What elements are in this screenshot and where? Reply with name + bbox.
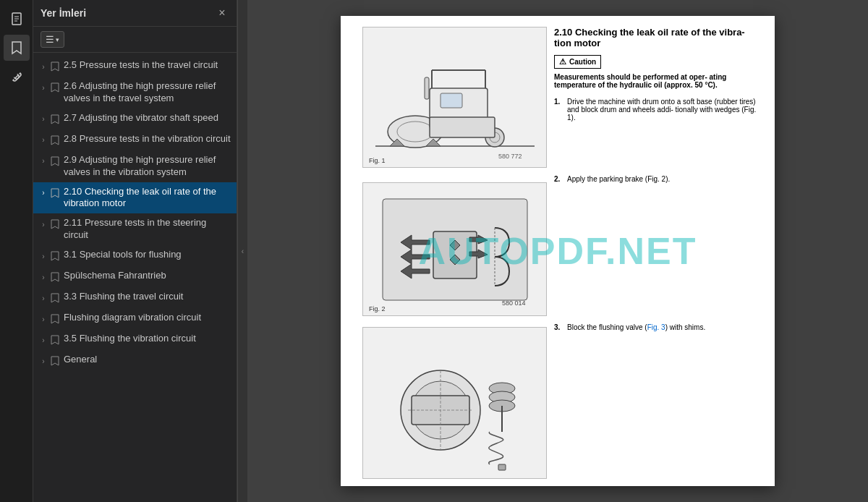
- expand-arrow-icon: ›: [38, 271, 49, 284]
- close-button[interactable]: ×: [215, 6, 229, 20]
- step-3-area: 3. Block the flushing valve (Fig. 3) wit…: [554, 323, 757, 337]
- fig-2-label: Fig. 2: [369, 305, 386, 312]
- right-panel: 2.10 Checking the leak oil rate of the v…: [554, 27, 757, 127]
- step-1: 1. Drive the machine with drum onto a so…: [554, 98, 757, 122]
- step-text: Drive the machine with drum onto a soft …: [567, 98, 757, 122]
- sidebar-header: Yer İmleri ×: [33, 0, 237, 27]
- expand-arrow-icon: ›: [38, 312, 49, 326]
- main-content: AUTOPDF.NET 2.10 Checking the leak oil r…: [247, 0, 868, 502]
- svg-rect-10: [441, 93, 462, 108]
- step-2: 2. Apply the parking brake (Fig. 2).: [554, 175, 757, 183]
- pdf-page: AUTOPDF.NET 2.10 Checking the leak oil r…: [341, 16, 775, 486]
- caution-box: Caution: [554, 55, 601, 69]
- bookmark-nav-icon[interactable]: [4, 35, 30, 61]
- sidebar-item-2-7[interactable]: › 2.7 Adjusting the vibrator shaft speed: [33, 109, 237, 129]
- expand-arrow-icon: ›: [38, 218, 49, 231]
- expand-arrow-icon: ›: [38, 354, 49, 367]
- step-num: 1.: [554, 98, 563, 122]
- sidebar-item-3-5[interactable]: › 3.5 Flushing the vibration circuit: [33, 329, 237, 350]
- fig-ref-3: Fig. 3: [647, 323, 665, 331]
- sidebar-item-2-8[interactable]: › 2.8 Pressure tests in the vibration ci…: [33, 129, 237, 150]
- sidebar-item-2-6[interactable]: › 2.6 Adjusting the high pressure relief…: [33, 77, 237, 109]
- svg-rect-15: [425, 77, 429, 99]
- svg-rect-14: [430, 117, 495, 137]
- step-3-list: 3. Block the flushing valve (Fig. 3) wit…: [554, 323, 757, 331]
- item-label: 2.6 Adjusting the high pressure relief v…: [64, 80, 231, 105]
- sidebar-collapse-handle[interactable]: ‹: [237, 0, 247, 502]
- figure-3: [362, 327, 547, 479]
- item-label: 2.5 Pressure tests in the travel circuit: [64, 59, 231, 72]
- figure-1-svg: 580 772: [368, 34, 542, 161]
- step-3-num: 3.: [554, 323, 563, 331]
- step-3: 3. Block the flushing valve (Fig. 3) wit…: [554, 323, 757, 331]
- expand-arrow-icon: ›: [38, 60, 49, 73]
- sidebar-item-3-3[interactable]: › 3.3 Flushing the travel circuit: [33, 287, 237, 308]
- item-label: 2.9 Adjusting the high pressure relief v…: [64, 154, 231, 179]
- item-label: 2.11 Pressure tests in the steering circ…: [64, 217, 231, 242]
- expand-arrow-icon: ›: [38, 250, 49, 263]
- item-label: 3.3 Flushing the travel circuit: [64, 291, 231, 303]
- sidebar-title: Yer İmleri: [41, 7, 86, 19]
- sidebar-item-2-9[interactable]: › 2.9 Adjusting the high pressure relief…: [33, 150, 237, 182]
- sidebar-item-flush-diag[interactable]: › Flushing diagram vibration circuit: [33, 308, 237, 329]
- figure-2-svg: 580 014: [368, 188, 542, 311]
- svg-text:580 772: 580 772: [498, 153, 522, 160]
- expand-arrow-icon: ›: [38, 134, 49, 147]
- caution-label: Caution: [569, 58, 596, 66]
- bookmark-icon: [49, 155, 61, 168]
- expand-arrow-icon: ›: [38, 292, 49, 305]
- bookmark-icon: [49, 250, 61, 263]
- step-2-list: 2. Apply the parking brake (Fig. 2).: [554, 175, 757, 183]
- step-2-area: 2. Apply the parking brake (Fig. 2).: [554, 175, 757, 189]
- bookmark-icon: [49, 60, 61, 73]
- item-label: 2.10 Checking the leak oil rate of the v…: [64, 186, 231, 210]
- caution-text: Measurements should be performed at oper…: [554, 73, 757, 89]
- item-label: 2.7 Adjusting the vibrator shaft speed: [64, 112, 231, 124]
- step-3-text: Block the flushing valve (Fig. 3) with s…: [567, 323, 705, 331]
- file-nav-icon[interactable]: [4, 6, 30, 32]
- fig-1-label: Fig. 1: [369, 157, 386, 164]
- item-label: 3.5 Flushing the vibration circuit: [64, 333, 231, 345]
- expand-arrow-icon: ›: [38, 333, 49, 346]
- bookmark-icon: [49, 354, 61, 367]
- bookmark-icon: [49, 113, 61, 126]
- sidebar-item-2-10[interactable]: › 2.10 Checking the leak oil rate of the…: [33, 182, 237, 214]
- item-label: 2.8 Pressure tests in the vibration circ…: [64, 133, 231, 145]
- toolbar-icon: ☰: [46, 34, 54, 45]
- expand-arrow-icon: ›: [38, 187, 49, 200]
- sidebar: Yer İmleri × ☰ ▾ › 2.5 Pressure tests in…: [33, 0, 237, 502]
- bookmark-icon: [49, 134, 61, 147]
- bookmark-icon: [49, 312, 61, 326]
- bookmark-icon: [49, 271, 61, 284]
- figure-3-svg: [368, 331, 542, 475]
- sidebar-item-spulschema[interactable]: › Spülschema Fahrantrieb: [33, 266, 237, 287]
- sidebar-item-general[interactable]: › General: [33, 350, 237, 371]
- sidebar-toolbar: ☰ ▾: [33, 27, 237, 53]
- bookmark-icon: [49, 187, 61, 200]
- toolbar-arrow: ▾: [56, 36, 59, 43]
- steps-list: 1. Drive the machine with drum onto a so…: [554, 98, 757, 122]
- item-label: 3.1 Special tools for flushing: [64, 249, 231, 261]
- item-label: General: [64, 354, 231, 366]
- bookmark-icon: [49, 218, 61, 231]
- icon-bar: [0, 0, 33, 502]
- bookmark-icon: [49, 333, 61, 346]
- collapse-arrow-icon: ‹: [242, 247, 244, 255]
- section-title: 2.10 Checking the leak oil rate of the v…: [554, 27, 757, 48]
- link-nav-icon[interactable]: [4, 64, 30, 90]
- expand-arrow-icon: ›: [38, 113, 49, 126]
- bookmark-icon: [49, 292, 61, 305]
- sidebar-item-2-11[interactable]: › 2.11 Pressure tests in the steering ci…: [33, 213, 237, 245]
- step-2-num: 2.: [554, 175, 563, 183]
- sidebar-list: › 2.5 Pressure tests in the travel circu…: [33, 53, 237, 502]
- expand-arrow-icon: ›: [38, 155, 49, 168]
- expand-arrow-icon: ›: [38, 81, 49, 94]
- bookmark-icon: [49, 81, 61, 94]
- figure-1: 580 772 Fig. 1: [362, 27, 547, 168]
- view-options-button[interactable]: ☰ ▾: [41, 31, 64, 48]
- item-label: Flushing diagram vibration circuit: [64, 312, 231, 324]
- svg-text:580 014: 580 014: [502, 299, 526, 307]
- sidebar-item-2-5[interactable]: › 2.5 Pressure tests in the travel circu…: [33, 56, 237, 77]
- sidebar-item-3-1[interactable]: › 3.1 Special tools for flushing: [33, 245, 237, 266]
- step-2-text: Apply the parking brake (Fig. 2).: [567, 175, 670, 183]
